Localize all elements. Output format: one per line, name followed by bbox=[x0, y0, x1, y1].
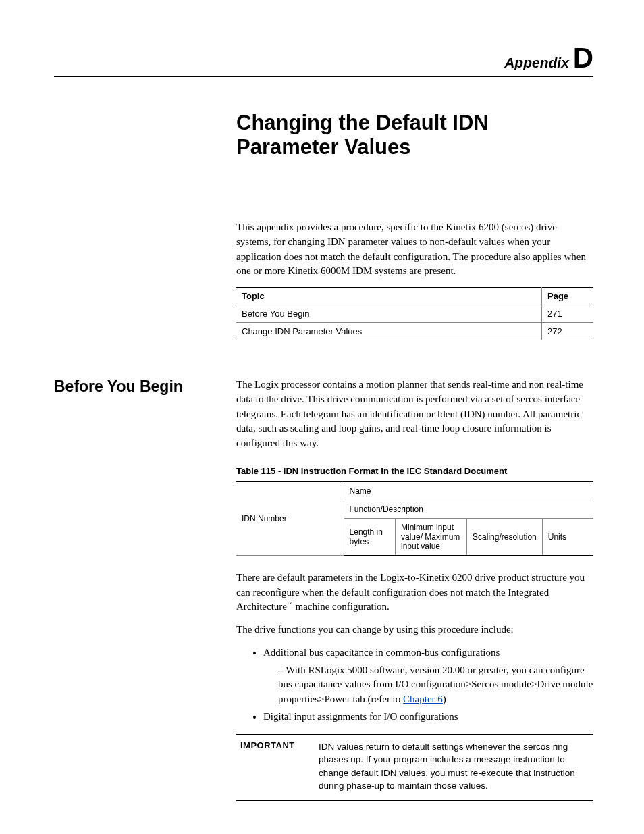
trademark-symbol: ™ bbox=[287, 600, 293, 607]
section-heading: Before You Begin bbox=[54, 377, 230, 801]
list-item: Digital input assignments for I/O config… bbox=[263, 710, 593, 725]
sub-list-item: With RSLogix 5000 software, version 20.0… bbox=[278, 663, 593, 707]
min-max-cell: Minimum input value/ Maximum input value bbox=[395, 518, 466, 555]
table-row: Before You Begin 271 bbox=[236, 305, 593, 323]
units-cell: Units bbox=[542, 518, 593, 555]
chapter-6-link[interactable]: Chapter 6 bbox=[403, 694, 443, 704]
length-cell: Length in bytes bbox=[344, 518, 395, 555]
topic-header: Topic bbox=[236, 288, 542, 305]
important-label: IMPORTANT bbox=[240, 740, 308, 793]
appendix-letter: D bbox=[573, 42, 593, 74]
function-desc-cell: Function/Description bbox=[344, 500, 593, 518]
intro-paragraph: This appendix provides a procedure, spec… bbox=[236, 220, 593, 279]
topic-cell: Before You Begin bbox=[236, 305, 542, 323]
page-cell: 271 bbox=[542, 305, 594, 323]
list-item: Additional bus capacitance in common-bus… bbox=[263, 646, 593, 707]
important-callout: IMPORTANT IDN values return to default s… bbox=[236, 734, 593, 801]
page-title: Changing the Default IDN Parameter Value… bbox=[236, 111, 593, 159]
table-row: Change IDN Parameter Values 272 bbox=[236, 323, 593, 340]
section-paragraph-1: The Logix processor contains a motion pl… bbox=[236, 377, 593, 451]
idn-format-table: IDN Number Name Function/Description Len… bbox=[236, 481, 593, 556]
section-paragraph-3: The drive functions you can change by us… bbox=[236, 623, 593, 637]
scaling-cell: Scaling/resolution bbox=[467, 518, 543, 555]
header-rule bbox=[54, 76, 593, 77]
idn-number-cell: IDN Number bbox=[236, 481, 344, 555]
section-paragraph-2: There are default parameters in the Logi… bbox=[236, 571, 593, 615]
table-caption: Table 115 - IDN Instruction Format in th… bbox=[236, 466, 593, 476]
bullet-list: Additional bus capacitance in common-bus… bbox=[236, 646, 593, 725]
appendix-header: Appendix D bbox=[54, 44, 593, 72]
important-text: IDN values return to default settings wh… bbox=[319, 740, 589, 793]
appendix-label: Appendix bbox=[504, 55, 569, 70]
topic-table: Topic Page Before You Begin 271 Change I… bbox=[236, 287, 593, 340]
topic-cell: Change IDN Parameter Values bbox=[236, 323, 542, 340]
name-cell: Name bbox=[344, 481, 593, 500]
page-cell: 272 bbox=[542, 323, 594, 340]
page-header: Page bbox=[542, 288, 594, 305]
